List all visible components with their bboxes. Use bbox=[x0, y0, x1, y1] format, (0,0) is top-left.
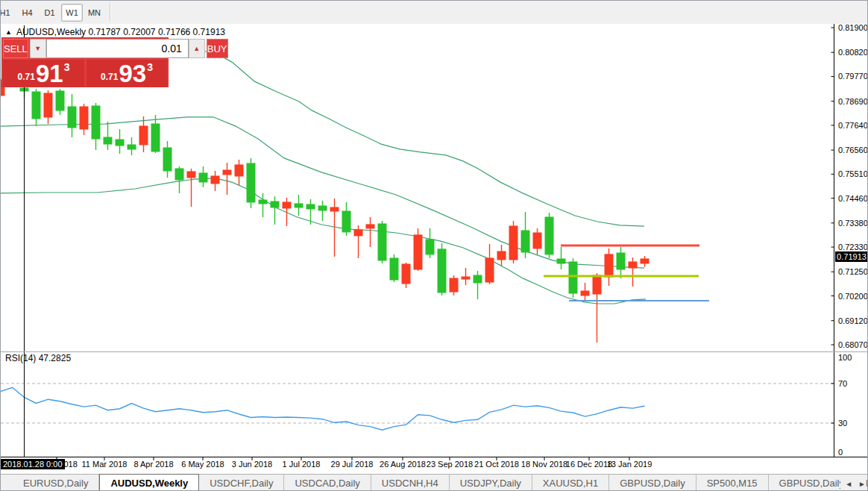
date-axis-label: 1 Jul 2018 bbox=[283, 460, 321, 469]
candle bbox=[199, 166, 207, 187]
candle bbox=[474, 271, 482, 299]
ohlc-close: 0.71913 bbox=[193, 27, 225, 37]
collapse-icon[interactable]: ▲ bbox=[5, 28, 12, 36]
buy-price-prefix: 0.71 bbox=[101, 72, 118, 82]
rsi-axis-label: 0 bbox=[838, 448, 843, 457]
rsi-line bbox=[1, 387, 645, 430]
candle bbox=[402, 263, 410, 288]
candle bbox=[175, 166, 183, 193]
chart-area[interactable]: ▲AUDUSD,Weekly 0.71787 0.72007 0.71766 0… bbox=[1, 24, 868, 474]
candle bbox=[521, 212, 529, 258]
chart-tab-usdcad-daily[interactable]: USDCAD,Daily bbox=[284, 475, 371, 491]
current-price-badge: 0.71913 bbox=[835, 251, 868, 262]
candle bbox=[283, 198, 291, 226]
tab-scroll-left-icon[interactable]: ◄ bbox=[845, 480, 852, 488]
candle bbox=[462, 268, 470, 285]
candle bbox=[32, 89, 40, 126]
candle bbox=[545, 213, 553, 258]
candle bbox=[629, 257, 637, 287]
price-axis-label: 0.74460 bbox=[838, 194, 868, 203]
chart-tab-xauusd-h1[interactable]: XAUUSD,H1 bbox=[532, 475, 609, 491]
candle bbox=[366, 217, 374, 247]
candle bbox=[247, 158, 255, 208]
price-axis-label: 0.78690 bbox=[838, 97, 868, 106]
candle bbox=[295, 195, 303, 216]
candle bbox=[128, 137, 136, 155]
tab-scroll-buttons: ◄ ► bbox=[840, 475, 866, 491]
indicator-label: RSI(14) 47.2825 bbox=[5, 353, 71, 363]
date-axis-label: 13 Jan 2019 bbox=[607, 460, 652, 469]
candle bbox=[342, 202, 350, 236]
chart-tab-gbpusd-daily[interactable]: GBPUSD,Daily bbox=[609, 475, 696, 491]
date-axis-label: 3 Jun 2018 bbox=[232, 460, 272, 469]
chart-tab-audusd-weekly[interactable]: AUDUSD,Weekly bbox=[99, 474, 199, 491]
price-axis-label: 0.77640 bbox=[838, 121, 868, 130]
buy-button[interactable]: BUY bbox=[207, 39, 228, 58]
candle bbox=[151, 115, 160, 153]
timeframe-toolbar: H1H4D1W1MN bbox=[1, 1, 868, 25]
candle bbox=[92, 103, 100, 150]
candle bbox=[593, 273, 601, 343]
chart-tab-eurusd-daily[interactable]: EURUSD,Daily bbox=[13, 475, 99, 491]
rsi-pane bbox=[1, 384, 834, 430]
candle bbox=[211, 171, 219, 191]
date-axis-label: 26 Aug 2018 bbox=[380, 460, 426, 469]
timeframe-button-w1[interactable]: W1 bbox=[61, 4, 83, 22]
candle bbox=[533, 228, 541, 254]
date-axis-label: 18 Nov 2018 bbox=[521, 460, 567, 469]
candle bbox=[187, 169, 195, 207]
candle bbox=[497, 245, 506, 266]
tab-scroll-right-icon[interactable]: ► bbox=[858, 480, 866, 488]
candle bbox=[414, 228, 422, 271]
date-axis-label: 23 Sep 2018 bbox=[427, 460, 473, 469]
timeframe-button-mn[interactable]: MN bbox=[84, 4, 105, 22]
chart-canvas[interactable] bbox=[1, 24, 868, 474]
candle bbox=[271, 196, 279, 225]
volume-increase-button[interactable]: ▲ bbox=[189, 39, 205, 58]
date-axis-label: 11 Mar 2018 bbox=[82, 460, 128, 469]
price-axis-label: 0.69120 bbox=[838, 316, 868, 325]
timeframe-button-h1[interactable]: H1 bbox=[0, 4, 16, 22]
toolbar-separator bbox=[110, 3, 111, 21]
timeframe-button-d1[interactable]: D1 bbox=[39, 4, 60, 22]
sell-price-box[interactable]: 0.71 91 3 bbox=[3, 60, 84, 87]
chart-tab-sp500-m15[interactable]: SP500,M15 bbox=[696, 475, 769, 491]
candle bbox=[617, 247, 625, 278]
sell-button[interactable]: SELL bbox=[3, 39, 28, 58]
price-axis-label: 0.72330 bbox=[838, 243, 868, 251]
candle bbox=[378, 221, 386, 263]
candle bbox=[235, 160, 243, 185]
sell-price-prefix: 0.71 bbox=[18, 72, 35, 82]
candle bbox=[485, 244, 494, 284]
candle bbox=[80, 104, 88, 135]
candle bbox=[426, 228, 434, 258]
chart-tab-usdchf-daily[interactable]: USDCHF,Daily bbox=[199, 475, 284, 491]
ohlc-open: 0.71787 bbox=[88, 27, 120, 37]
chart-tab-bar: EURUSD,DailyAUDUSD,WeeklyUSDCHF,DailyUSD… bbox=[1, 474, 868, 491]
candle bbox=[581, 283, 589, 301]
candle bbox=[44, 90, 52, 124]
candle bbox=[163, 141, 172, 178]
chart-tab-usdcnh-h4[interactable]: USDCNH,H4 bbox=[371, 475, 450, 491]
price-axis-label: 0.76560 bbox=[838, 146, 868, 154]
date-axis-label: 21 Oct 2018 bbox=[474, 460, 519, 469]
candle bbox=[318, 201, 327, 221]
candle bbox=[557, 247, 565, 269]
price-axis-label: 0.79770 bbox=[838, 72, 868, 81]
price-axis-label: 0.68070 bbox=[838, 340, 868, 349]
chart-tab-usdjpy-daily[interactable]: USDJPY,Daily bbox=[450, 475, 532, 491]
indicator-value: 47.2825 bbox=[39, 353, 71, 363]
one-click-trade-panel: SELL ▼ ▲ BUY 0.71 91 3 0.71 93 3 bbox=[2, 38, 168, 87]
volume-input[interactable] bbox=[46, 39, 189, 58]
price-axis-label: 0.70200 bbox=[838, 292, 868, 301]
buy-price-point: 3 bbox=[147, 61, 153, 73]
rsi-axis-label: 70 bbox=[838, 379, 847, 388]
timeframe-button-h4[interactable]: H4 bbox=[16, 4, 38, 22]
chevron-down-icon: ▼ bbox=[34, 45, 41, 52]
buy-price-box[interactable]: 0.71 93 3 bbox=[87, 60, 167, 87]
volume-decrease-button[interactable]: ▼ bbox=[30, 39, 46, 58]
sell-price-point: 3 bbox=[64, 61, 70, 73]
ohlc-high: 0.72007 bbox=[123, 27, 155, 37]
candle bbox=[605, 248, 613, 286]
date-axis-label: 16 Dec 2018 bbox=[566, 460, 612, 469]
